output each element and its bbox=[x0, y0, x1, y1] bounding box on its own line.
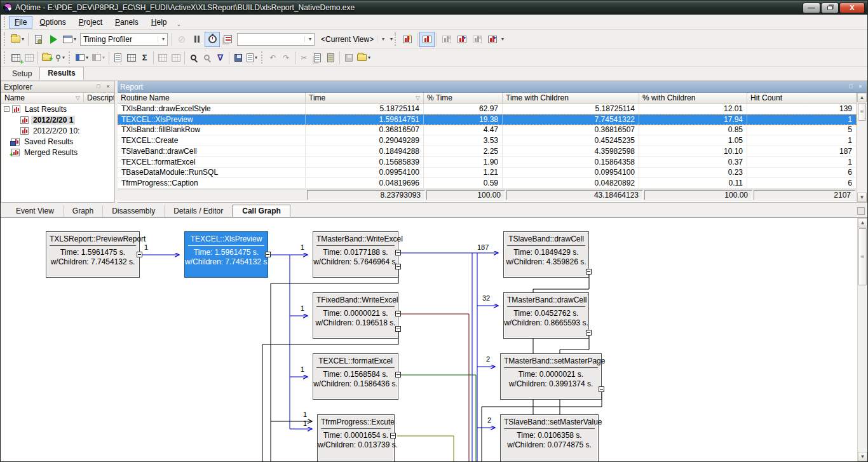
call-graph-node-master-drawcell[interactable]: TMasterBand::drawCell Time: 0.0452762 s.… bbox=[503, 292, 589, 339]
first-result-button[interactable]: ◄ bbox=[439, 32, 454, 47]
call-graph-node-previewreport[interactable]: TXLSReport::PreviewReport Time: 1.596147… bbox=[46, 231, 140, 278]
panel-back-button[interactable]: ▾ bbox=[74, 51, 90, 64]
table-row[interactable]: TEXCEL::Create0.290492893.530.452452351.… bbox=[118, 135, 857, 146]
redo-button[interactable]: ↷ bbox=[280, 51, 293, 64]
new-window-button[interactable]: ▾ bbox=[61, 32, 78, 47]
call-graph-node-fixedband-writeexcel[interactable]: TFixedBand::WriteExcel Time: 0.0000021 s… bbox=[313, 292, 398, 339]
menu-help[interactable]: Help bbox=[146, 16, 173, 29]
save-button[interactable] bbox=[342, 51, 355, 64]
call-graph-canvas[interactable]: 1 1 187 1 32 1 2 1 1 2 TXLSReport::Previ… bbox=[1, 218, 867, 461]
insert-row-button[interactable] bbox=[169, 51, 182, 64]
panel-options-button[interactable] bbox=[857, 207, 865, 215]
next-result-button[interactable]: ► bbox=[454, 32, 470, 47]
tab-results[interactable]: Results bbox=[39, 67, 83, 80]
scrollbar-track[interactable] bbox=[857, 121, 867, 193]
connector-handle[interactable] bbox=[395, 250, 401, 255]
add-counter-button[interactable]: ⚲▾ bbox=[53, 51, 67, 64]
call-graph-node-slave-drawcell[interactable]: TSlaveBand::drawCell Time: 0.1849429 s.w… bbox=[503, 231, 589, 278]
table-row[interactable]: TBaseDataModule::RunSQL0.099541001.210.0… bbox=[118, 168, 857, 179]
call-graph-node-setmastervalue[interactable]: TSlaveBand::setMasterValue Time: 0.01063… bbox=[500, 414, 599, 461]
column-time[interactable]: Time▽ bbox=[306, 93, 424, 103]
stopwatch-button[interactable] bbox=[205, 32, 220, 47]
menu-panels[interactable]: Panels bbox=[109, 16, 144, 29]
connector-handle[interactable] bbox=[395, 372, 401, 377]
menu-overflow-icon[interactable]: ⌄ bbox=[176, 21, 181, 29]
run-button[interactable] bbox=[46, 32, 61, 47]
close-button[interactable]: X bbox=[839, 3, 865, 13]
scroll-up-icon[interactable]: ▲ bbox=[858, 218, 867, 228]
table-row-selected[interactable]: TEXCEL::XlsPreview1.5961475119.387.74541… bbox=[118, 114, 857, 125]
connector-handle[interactable] bbox=[586, 330, 592, 336]
menu-file[interactable]: File bbox=[9, 16, 32, 29]
copy-button[interactable] bbox=[311, 51, 324, 64]
call-graph-node-formatexcel[interactable]: TEXCEL::formatExcel Time: 0.1568584 s.w/… bbox=[313, 353, 398, 400]
call-graph-node-xlspreview-selected[interactable]: TEXCEL::XlsPreview Time: 1.5961475 s.w/C… bbox=[184, 231, 268, 278]
call-graph-node-tfrmprogress-excute[interactable]: TfrmProgress::Excute Time: 0.0001654 s.w… bbox=[317, 414, 395, 461]
column-name[interactable]: Name▽ bbox=[1, 93, 84, 103]
column-pct-with-children[interactable]: % with Children bbox=[639, 93, 747, 103]
open-results-button[interactable]: + bbox=[40, 51, 53, 64]
tree-item-merged-results[interactable]: Merged Results bbox=[1, 147, 114, 158]
panel-forward-button[interactable]: ▾ bbox=[90, 51, 107, 64]
menu-project[interactable]: Project bbox=[73, 16, 108, 29]
table-row[interactable]: TfrmProgress::Caption0.048196960.590.048… bbox=[118, 178, 857, 189]
import-button[interactable] bbox=[111, 51, 125, 64]
panel-close-icon[interactable]: × bbox=[857, 83, 864, 91]
scroll-down-icon[interactable]: ▼ bbox=[857, 193, 867, 202]
tab-graph[interactable]: Graph bbox=[64, 205, 103, 217]
connector-handle[interactable] bbox=[390, 433, 396, 438]
disable-profiling-button[interactable]: ⊘ bbox=[174, 32, 189, 47]
paste-button[interactable] bbox=[324, 51, 337, 64]
tree-item-result-1[interactable]: 2012/2/20 1 bbox=[1, 114, 114, 125]
scrollbar-track[interactable] bbox=[858, 286, 867, 452]
panel-restore-icon[interactable]: □ bbox=[847, 83, 855, 91]
get-results-button[interactable] bbox=[220, 32, 235, 47]
open-project-button[interactable]: ▾ bbox=[9, 32, 26, 47]
call-graph-node-setmasterpage[interactable]: TMasterBand::setMasterPage Time: 0.00000… bbox=[500, 353, 602, 400]
project-options-button[interactable] bbox=[31, 32, 46, 47]
tab-event-view[interactable]: Event View bbox=[7, 205, 64, 217]
connector-handle[interactable] bbox=[395, 311, 401, 316]
tab-details-editor[interactable]: Details / Editor bbox=[165, 205, 233, 217]
find-button[interactable] bbox=[187, 51, 200, 64]
connector-handle[interactable] bbox=[137, 252, 142, 257]
column-routine-name[interactable]: Routine Name bbox=[118, 93, 306, 103]
toolbar-overflow-icon[interactable]: ▾ bbox=[390, 36, 393, 42]
table-row[interactable]: TEXCEL::formatExcel0.156858391.900.15864… bbox=[118, 157, 857, 168]
tree-item-last-results[interactable]: − Last Results bbox=[1, 104, 114, 114]
panel-restore-icon[interactable]: □ bbox=[95, 83, 102, 91]
open-button[interactable]: ▾ bbox=[355, 51, 372, 64]
find-routine-button[interactable] bbox=[200, 51, 214, 64]
connector-handle[interactable] bbox=[395, 326, 401, 332]
grid-button[interactable] bbox=[22, 51, 36, 64]
edit-chart-button[interactable] bbox=[400, 32, 415, 47]
connector-handle[interactable] bbox=[599, 386, 604, 392]
filter-button[interactable]: ∇ bbox=[214, 51, 227, 64]
connector-handle[interactable] bbox=[265, 252, 271, 257]
cut-button[interactable]: ✂ bbox=[297, 51, 311, 64]
save-grid-button[interactable] bbox=[231, 51, 245, 64]
move-row-button[interactable] bbox=[156, 51, 169, 64]
callgraph-scrollbar[interactable]: ▲ ▼ bbox=[857, 218, 867, 461]
minimize-button[interactable]: — bbox=[803, 3, 820, 13]
column-time-with-children[interactable]: Time with Children bbox=[503, 93, 639, 103]
table-row[interactable]: TXlsBand::fillBlankRow0.368165074.470.36… bbox=[118, 125, 857, 136]
report-scrollbar[interactable]: ▲ ▼ bbox=[857, 93, 867, 202]
restore-button[interactable] bbox=[821, 3, 839, 13]
scroll-up-icon[interactable]: ▲ bbox=[857, 93, 867, 102]
tree-item-saved-results[interactable]: Saved Results bbox=[1, 136, 114, 147]
scroll-down-icon[interactable]: ▼ bbox=[858, 452, 867, 461]
column-description[interactable]: Descripti... bbox=[84, 93, 114, 103]
summary-button[interactable]: Σ bbox=[138, 51, 151, 64]
call-graph-node-writeexcel[interactable]: TMasterBand::WriteExcel Time: 0.0177188 … bbox=[313, 231, 398, 278]
table-row[interactable]: TSlaveBand::drawCell0.184942882.254.3598… bbox=[118, 146, 857, 157]
prev-result-button[interactable]: ◄ bbox=[470, 32, 485, 47]
copy-grid-button[interactable]: ▾ bbox=[245, 51, 259, 64]
table-row[interactable]: TXlsBand::drawExcelStyle5.1872511462.975… bbox=[118, 104, 857, 114]
panel-close-icon[interactable]: × bbox=[104, 83, 112, 91]
collapse-icon[interactable]: − bbox=[4, 106, 10, 112]
menu-options[interactable]: Options bbox=[34, 16, 71, 29]
pause-button[interactable] bbox=[189, 32, 205, 47]
column-hit-count[interactable]: Hit Count bbox=[747, 93, 857, 103]
connector-handle[interactable] bbox=[395, 264, 401, 269]
